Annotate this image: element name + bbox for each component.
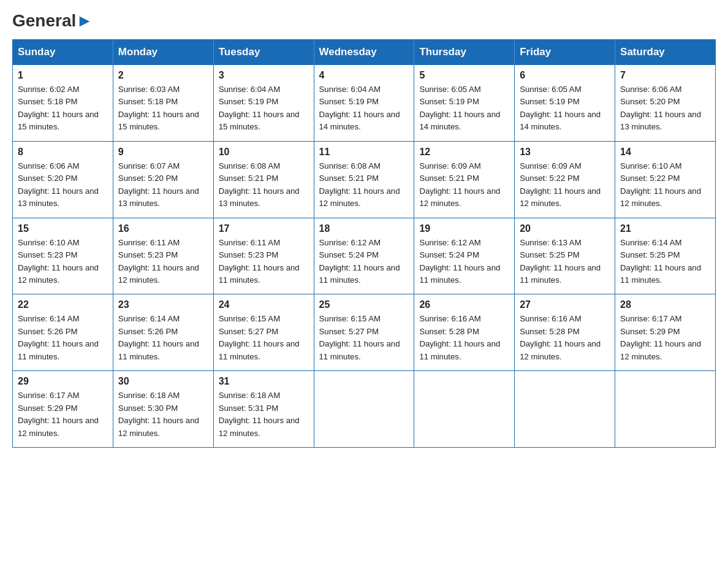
day-info: Sunrise: 6:18 AM Sunset: 5:31 PM Dayligh…	[219, 389, 309, 440]
day-number: 20	[520, 223, 610, 234]
sunset-label: Sunset: 5:20 PM	[18, 174, 78, 183]
day-number: 6	[520, 70, 610, 81]
calendar-cell: 28 Sunrise: 6:17 AM Sunset: 5:29 PM Dayl…	[615, 294, 716, 371]
daylight-label: Daylight: 11 hours and 12 minutes.	[520, 339, 601, 361]
day-number: 17	[219, 223, 309, 234]
sunset-label: Sunset: 5:22 PM	[520, 174, 580, 183]
day-number: 26	[419, 299, 509, 310]
calendar-header-row: SundayMondayTuesdayWednesdayThursdayFrid…	[13, 40, 716, 65]
sunrise-label: Sunrise: 6:14 AM	[118, 314, 180, 323]
sunrise-label: Sunrise: 6:04 AM	[319, 85, 381, 94]
daylight-label: Daylight: 11 hours and 12 minutes.	[219, 416, 300, 437]
day-info: Sunrise: 6:17 AM Sunset: 5:29 PM Dayligh…	[18, 389, 108, 440]
daylight-label: Daylight: 11 hours and 15 minutes.	[118, 110, 199, 131]
day-info: Sunrise: 6:11 AM Sunset: 5:23 PM Dayligh…	[219, 237, 309, 287]
sunset-label: Sunset: 5:19 PM	[419, 97, 479, 106]
calendar-cell: 18 Sunrise: 6:12 AM Sunset: 5:24 PM Dayl…	[314, 218, 414, 294]
sunrise-label: Sunrise: 6:07 AM	[118, 161, 180, 170]
day-number: 25	[319, 299, 409, 310]
sunrise-label: Sunrise: 6:12 AM	[319, 238, 381, 247]
header-friday: Friday	[515, 40, 615, 65]
page-header: General►	[12, 12, 716, 28]
sunset-label: Sunset: 5:19 PM	[219, 97, 279, 106]
sunrise-label: Sunrise: 6:14 AM	[620, 238, 681, 247]
day-info: Sunrise: 6:12 AM Sunset: 5:24 PM Dayligh…	[419, 237, 509, 287]
daylight-label: Daylight: 11 hours and 12 minutes.	[18, 416, 99, 437]
daylight-label: Daylight: 11 hours and 13 minutes.	[219, 186, 300, 208]
calendar-cell: 25 Sunrise: 6:15 AM Sunset: 5:27 PM Dayl…	[314, 294, 414, 371]
calendar-cell: 20 Sunrise: 6:13 AM Sunset: 5:25 PM Dayl…	[515, 218, 615, 294]
sunrise-label: Sunrise: 6:13 AM	[520, 238, 581, 247]
daylight-label: Daylight: 11 hours and 11 minutes.	[219, 263, 300, 285]
day-info: Sunrise: 6:04 AM Sunset: 5:19 PM Dayligh…	[319, 83, 409, 134]
header-monday: Monday	[113, 40, 213, 65]
sunrise-label: Sunrise: 6:03 AM	[118, 85, 180, 94]
calendar-cell: 21 Sunrise: 6:14 AM Sunset: 5:25 PM Dayl…	[615, 218, 716, 294]
calendar-cell: 2 Sunrise: 6:03 AM Sunset: 5:18 PM Dayli…	[113, 65, 213, 142]
day-info: Sunrise: 6:11 AM Sunset: 5:23 PM Dayligh…	[118, 237, 208, 287]
daylight-label: Daylight: 11 hours and 12 minutes.	[620, 339, 701, 361]
header-sunday: Sunday	[13, 40, 113, 65]
day-number: 12	[419, 147, 509, 158]
day-info: Sunrise: 6:12 AM Sunset: 5:24 PM Dayligh…	[319, 237, 409, 287]
sunrise-label: Sunrise: 6:15 AM	[219, 314, 280, 323]
week-row-3: 15 Sunrise: 6:10 AM Sunset: 5:23 PM Dayl…	[13, 218, 716, 294]
sunrise-label: Sunrise: 6:06 AM	[18, 161, 79, 170]
day-number: 2	[118, 70, 208, 81]
sunrise-label: Sunrise: 6:18 AM	[118, 391, 180, 400]
calendar-cell: 12 Sunrise: 6:09 AM Sunset: 5:21 PM Dayl…	[414, 141, 515, 218]
sunset-label: Sunset: 5:19 PM	[520, 97, 580, 106]
daylight-label: Daylight: 11 hours and 11 minutes.	[419, 263, 500, 285]
sunrise-label: Sunrise: 6:14 AM	[18, 314, 79, 323]
calendar-cell	[314, 371, 414, 448]
day-number: 19	[419, 223, 509, 234]
calendar-cell: 9 Sunrise: 6:07 AM Sunset: 5:20 PM Dayli…	[113, 141, 213, 218]
daylight-label: Daylight: 11 hours and 15 minutes.	[18, 110, 99, 131]
day-number: 31	[219, 376, 309, 387]
sunrise-label: Sunrise: 6:05 AM	[520, 85, 581, 94]
sunrise-label: Sunrise: 6:10 AM	[18, 238, 79, 247]
logo: General►	[12, 12, 93, 28]
sunrise-label: Sunrise: 6:09 AM	[520, 161, 581, 170]
day-number: 27	[520, 299, 610, 310]
daylight-label: Daylight: 11 hours and 12 minutes.	[118, 416, 199, 437]
daylight-label: Daylight: 11 hours and 11 minutes.	[219, 339, 300, 361]
day-info: Sunrise: 6:05 AM Sunset: 5:19 PM Dayligh…	[520, 83, 610, 134]
calendar-cell	[615, 371, 716, 448]
header-wednesday: Wednesday	[314, 40, 414, 65]
calendar-cell: 24 Sunrise: 6:15 AM Sunset: 5:27 PM Dayl…	[213, 294, 314, 371]
daylight-label: Daylight: 11 hours and 12 minutes.	[319, 186, 400, 208]
day-info: Sunrise: 6:02 AM Sunset: 5:18 PM Dayligh…	[18, 83, 108, 134]
day-number: 24	[219, 299, 309, 310]
day-info: Sunrise: 6:05 AM Sunset: 5:19 PM Dayligh…	[419, 83, 509, 134]
calendar-cell: 3 Sunrise: 6:04 AM Sunset: 5:19 PM Dayli…	[213, 65, 314, 142]
day-info: Sunrise: 6:09 AM Sunset: 5:22 PM Dayligh…	[520, 160, 610, 210]
sunrise-label: Sunrise: 6:11 AM	[219, 238, 280, 247]
sunset-label: Sunset: 5:18 PM	[18, 97, 78, 106]
sunset-label: Sunset: 5:30 PM	[118, 404, 178, 413]
calendar-cell: 27 Sunrise: 6:16 AM Sunset: 5:28 PM Dayl…	[515, 294, 615, 371]
sunset-label: Sunset: 5:27 PM	[219, 327, 279, 336]
calendar-cell: 19 Sunrise: 6:12 AM Sunset: 5:24 PM Dayl…	[414, 218, 515, 294]
header-tuesday: Tuesday	[213, 40, 314, 65]
daylight-label: Daylight: 11 hours and 14 minutes.	[520, 110, 601, 131]
day-number: 30	[118, 376, 208, 387]
calendar-cell: 4 Sunrise: 6:04 AM Sunset: 5:19 PM Dayli…	[314, 65, 414, 142]
daylight-label: Daylight: 11 hours and 11 minutes.	[319, 263, 400, 285]
calendar-cell: 22 Sunrise: 6:14 AM Sunset: 5:26 PM Dayl…	[13, 294, 113, 371]
sunset-label: Sunset: 5:23 PM	[219, 250, 279, 259]
header-thursday: Thursday	[414, 40, 515, 65]
sunrise-label: Sunrise: 6:11 AM	[118, 238, 180, 247]
sunset-label: Sunset: 5:22 PM	[620, 174, 680, 183]
day-info: Sunrise: 6:17 AM Sunset: 5:29 PM Dayligh…	[620, 313, 710, 363]
day-number: 18	[319, 223, 409, 234]
week-row-1: 1 Sunrise: 6:02 AM Sunset: 5:18 PM Dayli…	[13, 65, 716, 142]
day-info: Sunrise: 6:15 AM Sunset: 5:27 PM Dayligh…	[219, 313, 309, 363]
daylight-label: Daylight: 11 hours and 12 minutes.	[620, 186, 701, 208]
day-number: 22	[18, 299, 108, 310]
sunrise-label: Sunrise: 6:09 AM	[419, 161, 480, 170]
day-number: 21	[620, 223, 710, 234]
daylight-label: Daylight: 11 hours and 11 minutes.	[319, 339, 400, 361]
sunrise-label: Sunrise: 6:06 AM	[620, 85, 681, 94]
day-number: 5	[419, 70, 509, 81]
